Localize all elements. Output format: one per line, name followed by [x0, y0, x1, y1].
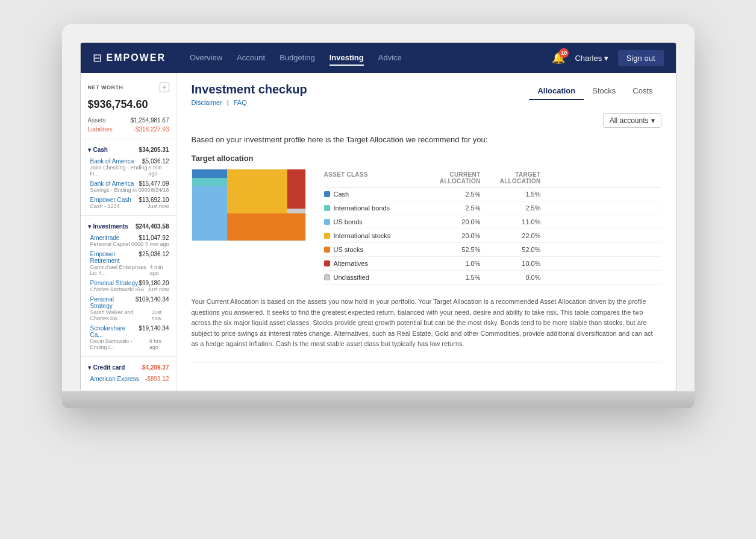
sidebar-divider-3: [81, 356, 177, 357]
faq-link[interactable]: FAQ: [234, 99, 247, 106]
allocation-layout: ASSET CLASS CURRENT ALLOCATION TARGET AL…: [192, 169, 661, 285]
content-links: Disclaimer | FAQ: [192, 99, 307, 106]
liabilities-value: -$318,227.93: [134, 126, 169, 133]
unclassified-dot: [324, 274, 330, 280]
account-name[interactable]: Personal Strategy: [90, 280, 139, 286]
logo-icon: ⊟: [93, 51, 102, 65]
notification-count: 10: [559, 48, 569, 58]
collapse-icon-investments: ▾: [88, 223, 91, 230]
list-item: Bank of America $5,036.12 Joint Checking…: [81, 156, 177, 178]
logo-text: EMPOWER: [107, 52, 166, 63]
nav-right: 🔔 10 Charles ▾ Sign out: [552, 50, 663, 66]
account-name[interactable]: American Express: [90, 376, 139, 382]
list-item: Bank of America $15,477.09 Savings - End…: [81, 178, 177, 194]
tab-allocation[interactable]: Allocation: [529, 83, 584, 100]
nav-budgeting[interactable]: Budgeting: [280, 51, 315, 66]
treemap-alternatives: [287, 169, 305, 209]
tab-costs[interactable]: Costs: [624, 83, 661, 100]
us-stocks-label: US stocks: [324, 246, 420, 253]
cash-dot: [324, 191, 330, 197]
liabilities-row: Liabilities -$318,227.93: [81, 125, 177, 134]
chevron-down-icon: ▾: [651, 116, 655, 125]
net-worth-label: NET WORTH: [88, 84, 123, 90]
table-row: International bonds 2.5% 2.5%: [324, 201, 661, 215]
table-row: Unclassified 1.5% 0.0%: [324, 271, 661, 285]
list-item: Personal Strategy $109,140.34 Sarah Walk…: [81, 294, 177, 323]
intl-bonds-label: International bonds: [324, 204, 420, 212]
page-title: Investment checkup: [192, 83, 307, 96]
disclaimer-link[interactable]: Disclaimer: [192, 99, 222, 106]
investments-total: $244,403.58: [136, 223, 169, 230]
nav-account[interactable]: Account: [237, 51, 265, 66]
account-name[interactable]: Empower Retirement: [90, 251, 139, 264]
treemap-us-stocks: [227, 213, 305, 241]
sign-out-button[interactable]: Sign out: [618, 50, 664, 66]
treemap-cash: [192, 169, 227, 178]
notifications-bell[interactable]: 🔔 10: [552, 51, 565, 65]
table-row: International stocks 20.0% 22.0%: [324, 229, 661, 243]
intl-stocks-label: International stocks: [324, 232, 420, 239]
us-bonds-dot: [324, 219, 330, 225]
account-name[interactable]: Personal Strategy: [90, 296, 136, 309]
treemap-intl-stocks: [227, 169, 287, 213]
treemap-unclassified: [287, 209, 305, 213]
sidebar-divider-1: [81, 139, 177, 139]
nav-investing[interactable]: Investing: [330, 51, 364, 66]
col-asset-class: ASSET CLASS: [324, 171, 420, 184]
nav-advice[interactable]: Advice: [378, 51, 402, 66]
credit-total: -$4,209.37: [140, 364, 169, 371]
tab-stocks[interactable]: Stocks: [584, 83, 624, 100]
list-item: Personal Strategy $99,180.20 Charles Bar…: [81, 277, 177, 294]
net-worth-value: $936,754.60: [81, 97, 177, 116]
credit-section-header[interactable]: ▾ Credit card -$4,209.37: [81, 362, 177, 373]
assets-row: Assets $1,254,981.67: [81, 116, 177, 125]
alternatives-label: Alternatives: [324, 260, 420, 267]
asset-class-table: ASSET CLASS CURRENT ALLOCATION TARGET AL…: [324, 169, 661, 285]
treemap-us-bonds: [192, 186, 227, 241]
navbar: ⊟ EMPOWER Overview Account Budgeting Inv…: [81, 43, 676, 73]
main-layout: NET WORTH + $936,754.60 Assets $1,254,98…: [81, 73, 676, 391]
treemap-intl-bonds: [192, 178, 227, 186]
sidebar-divider-2: [81, 215, 177, 216]
laptop-wrapper: ⊟ EMPOWER Overview Account Budgeting Inv…: [62, 24, 695, 408]
col-target: TARGET ALLOCATION: [481, 171, 541, 184]
account-name[interactable]: Bank of America: [90, 158, 134, 165]
list-item: Ameritrade $11,047.92 Personal Capital 0…: [81, 232, 177, 248]
cash-section-title: ▾ Cash: [88, 147, 108, 153]
user-menu-button[interactable]: Charles ▾: [575, 54, 608, 63]
liabilities-label: Liabilities: [88, 126, 113, 133]
unclassified-label: Unclassified: [324, 274, 420, 281]
assets-value: $1,254,981.67: [131, 117, 169, 124]
us-stocks-dot: [324, 247, 330, 253]
table-row: Alternatives 1.0% 10.0%: [324, 257, 661, 271]
collapse-icon-credit: ▾: [88, 364, 91, 371]
intl-stocks-dot: [324, 233, 330, 239]
table-header: ASSET CLASS CURRENT ALLOCATION TARGET AL…: [324, 169, 661, 188]
col-current: CURRENT ALLOCATION: [420, 171, 481, 184]
sidebar-header: NET WORTH +: [81, 80, 177, 97]
account-name[interactable]: Scholarshare Ca...: [90, 325, 139, 338]
laptop-screen: ⊟ EMPOWER Overview Account Budgeting Inv…: [80, 42, 676, 391]
investments-section-header[interactable]: ▾ Investments $244,403.58: [81, 221, 177, 232]
bottom-divider: [192, 362, 661, 362]
investments-section-title: ▾ Investments: [88, 223, 128, 230]
intl-bonds-dot: [324, 205, 330, 211]
nav-logo: ⊟ EMPOWER: [93, 51, 166, 65]
account-name[interactable]: Bank of America: [90, 180, 134, 187]
list-item: American Express -$893.12: [81, 373, 177, 383]
accounts-dropdown[interactable]: All accounts ▾: [603, 113, 661, 128]
cash-section-header[interactable]: ▾ Cash $34,205.31: [81, 144, 177, 156]
main-content: Investment checkup Disclaimer | FAQ Allo…: [177, 73, 676, 391]
description-text: Your Current Allocation is based on the …: [192, 297, 661, 350]
credit-section-title: ▾ Credit card: [88, 364, 125, 371]
laptop-base: [62, 391, 695, 408]
asset-cash-label: Cash: [324, 191, 420, 198]
list-item: Empower Cash $13,692.10 Cash - 1234 Just…: [81, 194, 177, 210]
account-name[interactable]: Ameritrade: [90, 235, 120, 241]
sidebar: NET WORTH + $936,754.60 Assets $1,254,98…: [81, 73, 177, 391]
account-name[interactable]: Empower Cash: [90, 197, 131, 203]
add-account-button[interactable]: +: [160, 83, 169, 92]
collapse-icon-cash: ▾: [88, 147, 91, 153]
intro-text: Based on your investment profile here is…: [192, 135, 661, 144]
nav-overview[interactable]: Overview: [190, 51, 222, 66]
